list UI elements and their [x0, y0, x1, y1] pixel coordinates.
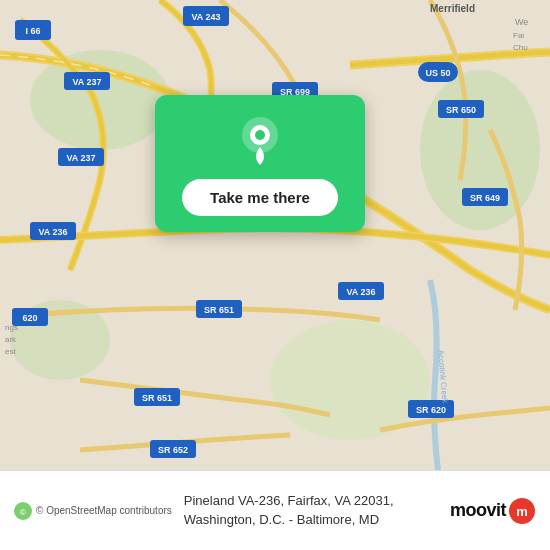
svg-text:Fai: Fai	[513, 31, 524, 40]
map-pin-icon	[234, 115, 286, 167]
moovit-icon: m	[508, 497, 536, 525]
svg-text:I 66: I 66	[25, 26, 40, 36]
svg-text:ngs: ngs	[5, 323, 18, 332]
openstreetmap-logo: © © OpenStreetMap contributors	[14, 502, 172, 520]
svg-point-4	[270, 320, 430, 440]
svg-text:Merrifield: Merrifield	[430, 3, 475, 14]
svg-text:VA 237: VA 237	[72, 77, 101, 87]
svg-text:ark: ark	[5, 335, 17, 344]
svg-text:©: ©	[20, 508, 26, 517]
take-me-there-button[interactable]: Take me there	[182, 179, 338, 216]
svg-text:VA 237: VA 237	[66, 153, 95, 163]
svg-text:VA 236: VA 236	[346, 287, 375, 297]
svg-text:SR 620: SR 620	[416, 405, 446, 415]
address-text: Pineland VA-236, Fairfax, VA 22031, Wash…	[184, 492, 440, 528]
svg-point-45	[255, 130, 265, 140]
svg-text:VA 236: VA 236	[38, 227, 67, 237]
openstreetmap-icon: ©	[14, 502, 32, 520]
svg-text:VA 243: VA 243	[191, 12, 220, 22]
openstreetmap-label: © OpenStreetMap contributors	[36, 505, 172, 516]
moovit-text: moovit	[450, 500, 506, 521]
svg-text:We: We	[515, 17, 528, 27]
moovit-logo: moovit m	[450, 497, 536, 525]
svg-text:m: m	[516, 504, 528, 519]
svg-text:US 50: US 50	[425, 68, 450, 78]
location-card: Take me there	[155, 95, 365, 232]
svg-text:est: est	[5, 347, 16, 356]
bottom-bar: © © OpenStreetMap contributors Pineland …	[0, 470, 550, 550]
svg-text:SR 649: SR 649	[470, 193, 500, 203]
svg-text:SR 651: SR 651	[204, 305, 234, 315]
svg-text:SR 652: SR 652	[158, 445, 188, 455]
svg-text:SR 651: SR 651	[142, 393, 172, 403]
map-svg: I 66 VA 243 US 50 VA 237 VA 237 SR 699 S…	[0, 0, 550, 470]
svg-text:Chu: Chu	[513, 43, 528, 52]
svg-text:620: 620	[22, 313, 37, 323]
svg-text:SR 650: SR 650	[446, 105, 476, 115]
map-container: I 66 VA 243 US 50 VA 237 VA 237 SR 699 S…	[0, 0, 550, 470]
